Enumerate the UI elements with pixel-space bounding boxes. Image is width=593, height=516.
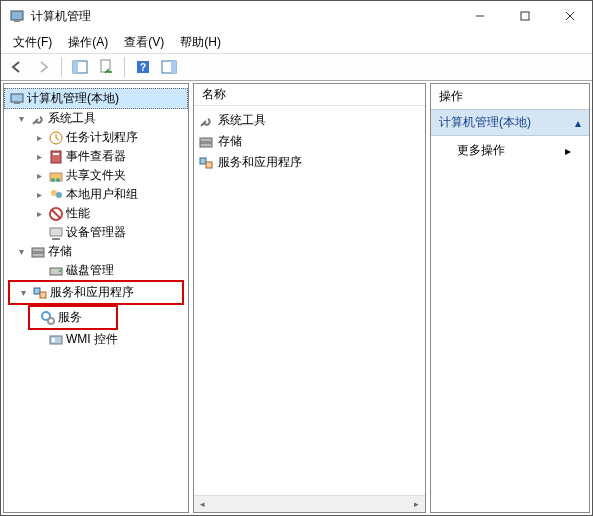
toolbar-separator bbox=[61, 57, 62, 77]
computer-icon bbox=[9, 91, 25, 107]
tree-storage[interactable]: ▾ 存储 bbox=[4, 242, 188, 261]
chevron-right-icon[interactable]: ▸ bbox=[32, 132, 46, 143]
scroll-right-arrow[interactable]: ▸ bbox=[408, 496, 425, 513]
svg-rect-38 bbox=[200, 143, 212, 147]
tree-eventvwr-label: 事件查看器 bbox=[66, 148, 126, 165]
menu-view[interactable]: 查看(V) bbox=[118, 32, 170, 53]
list-item-systools[interactable]: 系统工具 bbox=[194, 110, 425, 131]
svg-rect-0 bbox=[11, 11, 23, 20]
window-buttons bbox=[457, 1, 592, 31]
tree-users-label: 本地用户和组 bbox=[66, 186, 138, 203]
menu-file[interactable]: 文件(F) bbox=[7, 32, 58, 53]
tree-services-apps-label: 服务和应用程序 bbox=[50, 284, 134, 301]
tools-icon bbox=[198, 113, 214, 129]
svg-rect-12 bbox=[171, 61, 176, 73]
chevron-down-icon[interactable]: ▾ bbox=[14, 246, 28, 257]
show-action-pane-button[interactable] bbox=[157, 56, 181, 78]
tree-shared-label: 共享文件夹 bbox=[66, 167, 126, 184]
help-button[interactable]: ? bbox=[131, 56, 155, 78]
tree-services-apps[interactable]: ▾ 服务和应用程序 bbox=[10, 283, 182, 302]
menu-help[interactable]: 帮助(H) bbox=[174, 32, 227, 53]
app-icon bbox=[9, 8, 25, 24]
tree-users[interactable]: ▸ 本地用户和组 bbox=[4, 185, 188, 204]
chevron-right-icon[interactable]: ▸ bbox=[32, 189, 46, 200]
actions-pane: 操作 计算机管理(本地) ▴ 更多操作 ▸ bbox=[430, 83, 590, 513]
tree-scheduler[interactable]: ▸ 任务计划程序 bbox=[4, 128, 188, 147]
tree-scheduler-label: 任务计划程序 bbox=[66, 129, 138, 146]
highlight-services-apps: ▾ 服务和应用程序 bbox=[8, 280, 184, 305]
disk-icon bbox=[48, 263, 64, 279]
svg-point-19 bbox=[51, 178, 55, 182]
book-icon bbox=[48, 149, 64, 165]
svg-rect-37 bbox=[200, 138, 212, 142]
toolbar: ? bbox=[1, 53, 592, 81]
services-apps-icon bbox=[32, 285, 48, 301]
back-button[interactable] bbox=[5, 56, 29, 78]
forward-button[interactable] bbox=[31, 56, 55, 78]
tree-diskmgmt[interactable]: 磁盘管理 bbox=[4, 261, 188, 280]
tree-perf[interactable]: ▸ 性能 bbox=[4, 204, 188, 223]
actions-header-label: 操作 bbox=[439, 89, 463, 103]
shared-folder-icon bbox=[48, 168, 64, 184]
menu-action[interactable]: 操作(A) bbox=[62, 32, 114, 53]
tree-wmi[interactable]: WMI 控件 bbox=[4, 330, 188, 349]
highlight-services: 服务 bbox=[28, 305, 118, 330]
svg-rect-40 bbox=[206, 162, 212, 168]
chevron-down-icon[interactable]: ▾ bbox=[14, 113, 28, 124]
svg-rect-3 bbox=[521, 12, 529, 20]
titlebar-left: 计算机管理 bbox=[1, 8, 91, 25]
action-more[interactable]: 更多操作 ▸ bbox=[431, 136, 589, 165]
svg-rect-36 bbox=[52, 338, 55, 342]
maximize-button[interactable] bbox=[502, 1, 547, 31]
list-pane: 名称 系统工具 存储 服务和应用程序 ◂ ▸ bbox=[193, 83, 426, 513]
tree-devmgr-label: 设备管理器 bbox=[66, 224, 126, 241]
tree-systools[interactable]: ▾ 系统工具 bbox=[4, 109, 188, 128]
svg-rect-25 bbox=[50, 228, 62, 236]
tree-perf-label: 性能 bbox=[66, 205, 90, 222]
tree-services-label: 服务 bbox=[58, 309, 82, 326]
services-apps-icon bbox=[198, 155, 214, 171]
device-icon bbox=[48, 225, 64, 241]
tree-root[interactable]: 计算机管理(本地) bbox=[4, 88, 188, 109]
list-item-storage[interactable]: 存储 bbox=[194, 131, 425, 152]
column-header-name[interactable]: 名称 bbox=[194, 84, 425, 106]
perf-icon bbox=[48, 206, 64, 222]
actions-header: 操作 bbox=[431, 84, 589, 109]
close-button[interactable] bbox=[547, 1, 592, 31]
svg-rect-17 bbox=[53, 153, 59, 155]
svg-rect-14 bbox=[14, 102, 20, 104]
collapse-icon: ▴ bbox=[575, 116, 581, 130]
actions-group[interactable]: 计算机管理(本地) ▴ bbox=[431, 109, 589, 136]
action-more-label: 更多操作 bbox=[457, 142, 505, 159]
tree-services[interactable]: 服务 bbox=[30, 308, 116, 327]
chevron-right-icon[interactable]: ▸ bbox=[32, 170, 46, 181]
tree-eventvwr[interactable]: ▸ 事件查看器 bbox=[4, 147, 188, 166]
svg-rect-26 bbox=[52, 238, 60, 240]
show-hide-tree-button[interactable] bbox=[68, 56, 92, 78]
svg-line-24 bbox=[52, 210, 60, 218]
svg-rect-7 bbox=[73, 61, 78, 73]
export-button[interactable] bbox=[94, 56, 118, 78]
tree-diskmgmt-label: 磁盘管理 bbox=[66, 262, 114, 279]
actions-group-label: 计算机管理(本地) bbox=[439, 114, 531, 131]
tree-wmi-label: WMI 控件 bbox=[66, 331, 118, 348]
scroll-left-arrow[interactable]: ◂ bbox=[194, 496, 211, 513]
window-title: 计算机管理 bbox=[31, 8, 91, 25]
svg-rect-35 bbox=[50, 336, 62, 344]
tree-shared[interactable]: ▸ 共享文件夹 bbox=[4, 166, 188, 185]
wmi-icon bbox=[48, 332, 64, 348]
svg-rect-28 bbox=[32, 253, 44, 257]
tools-icon bbox=[30, 111, 46, 127]
minimize-button[interactable] bbox=[457, 1, 502, 31]
chevron-right-icon[interactable]: ▸ bbox=[32, 208, 46, 219]
svg-rect-32 bbox=[40, 292, 46, 298]
horizontal-scrollbar[interactable]: ◂ ▸ bbox=[194, 495, 425, 512]
tree-devmgr[interactable]: 设备管理器 bbox=[4, 223, 188, 242]
chevron-down-icon[interactable]: ▾ bbox=[16, 287, 30, 298]
tree: 计算机管理(本地) ▾ 系统工具 ▸ 任务计划程序 ▸ 事件查看器 bbox=[4, 84, 188, 353]
svg-rect-27 bbox=[32, 248, 44, 252]
list-item-services-apps[interactable]: 服务和应用程序 bbox=[194, 152, 425, 173]
content-area: 计算机管理(本地) ▾ 系统工具 ▸ 任务计划程序 ▸ 事件查看器 bbox=[1, 81, 592, 515]
chevron-right-icon[interactable]: ▸ bbox=[32, 151, 46, 162]
svg-rect-39 bbox=[200, 158, 206, 164]
